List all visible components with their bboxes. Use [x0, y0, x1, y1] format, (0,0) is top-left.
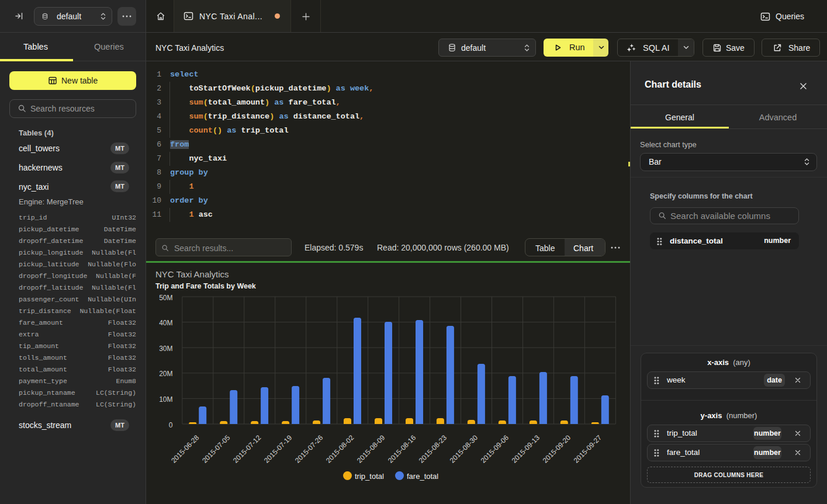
svg-text:2015-09-13: 2015-09-13 — [510, 433, 542, 465]
svg-text:2015-07-19: 2015-07-19 — [262, 433, 294, 465]
svg-text:NYC Taxi Analytics: NYC Taxi Analytics — [155, 269, 229, 279]
svg-text:Trip and Fare Totals by Week: Trip and Fare Totals by Week — [155, 282, 256, 290]
svg-text:2015-09-06: 2015-09-06 — [479, 433, 511, 465]
svg-text:2015-07-26: 2015-07-26 — [293, 433, 325, 465]
svg-text:trip_total: trip_total — [355, 472, 384, 481]
svg-text:2015-06-28: 2015-06-28 — [169, 433, 201, 465]
svg-text:30M: 30M — [159, 345, 172, 353]
svg-text:2015-08-23: 2015-08-23 — [417, 433, 449, 465]
svg-text:2015-08-09: 2015-08-09 — [355, 433, 387, 465]
svg-text:0: 0 — [169, 421, 173, 429]
svg-text:2015-09-20: 2015-09-20 — [541, 433, 573, 465]
svg-text:40M: 40M — [159, 319, 172, 327]
svg-text:2015-08-30: 2015-08-30 — [448, 433, 480, 465]
svg-text:50M: 50M — [159, 294, 172, 302]
svg-text:2015-08-02: 2015-08-02 — [324, 433, 356, 465]
svg-text:2015-09-27: 2015-09-27 — [572, 433, 604, 465]
svg-text:2015-08-16: 2015-08-16 — [386, 433, 418, 465]
svg-text:20M: 20M — [159, 370, 172, 378]
svg-text:fare_total: fare_total — [407, 472, 438, 481]
svg-text:10M: 10M — [159, 395, 172, 404]
svg-text:2015-07-12: 2015-07-12 — [231, 433, 263, 465]
svg-text:2015-07-05: 2015-07-05 — [200, 433, 232, 465]
